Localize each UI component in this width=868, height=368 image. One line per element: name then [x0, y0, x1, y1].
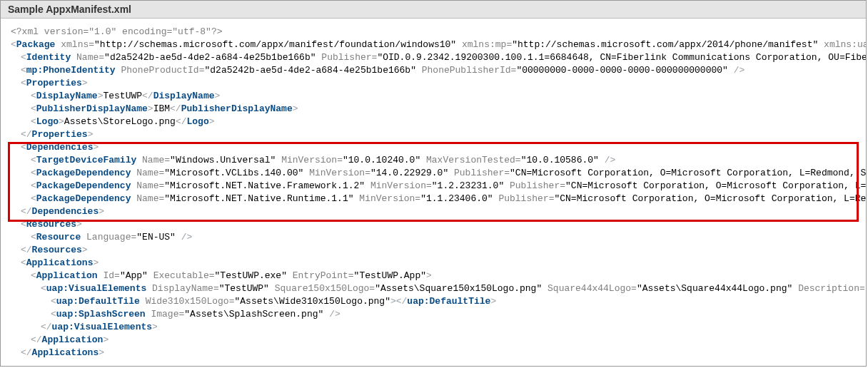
default-tile-tag: uap:DefaultTile — [56, 296, 140, 307]
visual-elements-tag: uap:VisualElements — [46, 283, 146, 294]
splash-screen-tag: uap:SplashScreen — [56, 309, 146, 320]
applications-close: Applications — [32, 347, 99, 358]
resources-open: Resources — [26, 219, 76, 230]
properties-close: Properties — [32, 129, 88, 140]
logo-value: Assets\StoreLogo.png — [64, 116, 176, 127]
xml-code-block: <?xml version="1.0" encoding="utf-8"?> <… — [1, 19, 866, 367]
title-bar: Sample AppxManifest.xml — [1, 1, 866, 19]
identity-tag: Identity — [26, 52, 71, 63]
pkg-dep-2-tag: PackageDependency — [36, 180, 131, 191]
pkg-dep-3-tag: PackageDependency — [36, 193, 131, 204]
xml-pi: <?xml version="1.0" encoding="utf-8"?> — [11, 26, 223, 37]
sample-manifest-window: Sample AppxManifest.xml <?xml version="1… — [0, 0, 867, 367]
package-tag: Package — [16, 39, 56, 50]
window-title: Sample AppxManifest.xml — [8, 4, 131, 15]
display-name-value: TestUWP — [103, 91, 142, 101]
publisher-value: IBM — [153, 103, 170, 114]
dependencies-open: Dependencies — [26, 142, 94, 153]
phone-identity-tag: mp:PhoneIdentity — [26, 65, 116, 76]
application-close: Application — [42, 334, 104, 345]
properties-open: Properties — [26, 78, 82, 88]
pkg-dep-1-tag: PackageDependency — [36, 168, 131, 178]
dependencies-close: Dependencies — [32, 206, 99, 217]
resource-tag: Resource — [36, 232, 81, 242]
visual-elements-close: uap:VisualElements — [52, 322, 152, 332]
applications-open: Applications — [26, 257, 94, 268]
target-device-family-tag: TargetDeviceFamily — [36, 155, 136, 165]
resources-close: Resources — [32, 245, 82, 255]
application-tag: Application — [36, 270, 98, 281]
